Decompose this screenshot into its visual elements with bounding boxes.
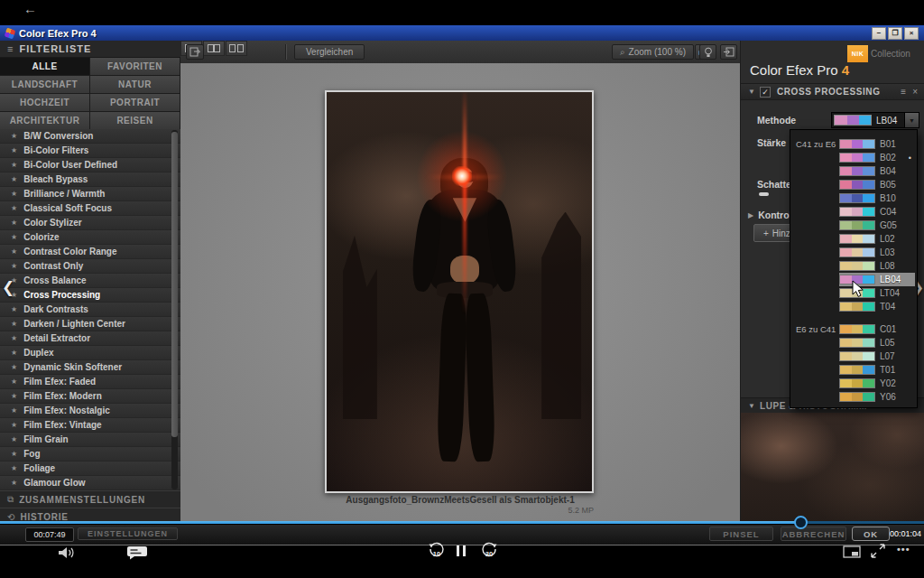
star-icon[interactable]: ★ xyxy=(11,464,17,472)
filter-item[interactable]: ★Bleach Bypass xyxy=(0,172,180,187)
einstellungen-button[interactable]: EINSTELLUNGEN xyxy=(78,527,178,540)
pinsel-button[interactable]: PINSEL xyxy=(709,527,773,541)
compare-button[interactable]: Vergleichen xyxy=(294,44,365,60)
filter-item[interactable]: ★Brilliance / Warmth xyxy=(0,187,180,201)
filter-scrollbar-thumb[interactable] xyxy=(171,132,178,437)
preset-option-b10[interactable]: B10 xyxy=(839,191,915,205)
preset-option-lb04[interactable]: LB04 xyxy=(839,273,915,286)
filter-enabled-checkbox[interactable]: ✓ xyxy=(760,87,771,98)
filter-item[interactable]: ★Contrast Color Range xyxy=(0,245,180,259)
filter-item[interactable]: ★Classical Soft Focus xyxy=(0,201,180,216)
preview-photo[interactable] xyxy=(325,90,594,493)
star-icon[interactable]: ★ xyxy=(11,349,17,357)
category-natur[interactable]: NATUR xyxy=(90,76,180,93)
preset-option-c04[interactable]: C04 xyxy=(839,205,915,219)
star-icon[interactable]: ★ xyxy=(11,406,17,415)
preset-option-b02[interactable]: B02• xyxy=(839,151,915,164)
preset-option-l07[interactable]: L07 xyxy=(839,350,915,363)
star-icon[interactable]: ★ xyxy=(11,132,17,140)
category-alle[interactable]: ALLE xyxy=(0,58,89,75)
collapse-triangle-icon[interactable]: ▼ xyxy=(748,88,755,96)
filter-item[interactable]: ★Film Grain xyxy=(0,433,180,447)
zoom-button[interactable]: ⌕ Zoom (100 %) xyxy=(612,44,694,60)
filter-item[interactable]: ★Foliage xyxy=(0,461,180,476)
filter-item[interactable]: ★Color Stylizer xyxy=(0,216,180,230)
preset-option-c01[interactable]: C01 xyxy=(839,322,915,336)
filter-item[interactable]: ★Dark Contrasts xyxy=(0,303,180,317)
preset-option-l05[interactable]: L05 xyxy=(839,336,915,350)
back-icon[interactable]: ← xyxy=(23,0,37,18)
star-icon[interactable]: ★ xyxy=(11,421,17,429)
filter-item[interactable]: ★B/W Conversion xyxy=(0,129,180,144)
category-portrait[interactable]: PORTRAIT xyxy=(90,94,180,111)
preset-option-y06[interactable]: Y06 xyxy=(839,390,915,404)
star-icon[interactable]: ★ xyxy=(11,363,17,371)
pause-button[interactable] xyxy=(457,545,466,556)
side-by-side-view-button[interactable] xyxy=(226,41,247,56)
preset-option-l02[interactable]: L02 xyxy=(839,232,915,246)
star-icon[interactable]: ★ xyxy=(11,161,17,169)
filter-item[interactable]: ★Dynamic Skin Softener xyxy=(0,360,180,375)
restore-button[interactable]: ❐ xyxy=(888,27,902,40)
star-icon[interactable]: ★ xyxy=(11,334,17,342)
category-landschaft[interactable]: LANDSCHAFT xyxy=(0,76,89,93)
rewind-10-button[interactable]: 10 xyxy=(426,542,448,558)
preset-option-t01[interactable]: T01 xyxy=(839,363,915,377)
panel-export-button[interactable] xyxy=(186,44,204,60)
filter-item[interactable]: ★Fog xyxy=(0,447,180,461)
star-icon[interactable]: ★ xyxy=(11,320,17,328)
star-icon[interactable]: ★ xyxy=(11,175,17,183)
remove-filter-icon[interactable]: × xyxy=(912,87,918,97)
category-favoriten[interactable]: FAVORITEN xyxy=(90,58,180,75)
filter-item[interactable]: ★Detail Extractor xyxy=(0,331,180,346)
filter-item[interactable]: ★Duplex xyxy=(0,346,180,360)
forward-30-button[interactable]: 30 xyxy=(478,542,500,558)
dropdown-arrow-icon[interactable]: ▼ xyxy=(904,113,919,127)
filter-item[interactable]: ★Film Efex: Faded xyxy=(0,375,180,389)
minimize-button[interactable]: − xyxy=(872,27,886,40)
star-icon[interactable]: ★ xyxy=(11,219,17,227)
star-icon[interactable]: ★ xyxy=(11,204,17,212)
star-icon[interactable]: ★ xyxy=(11,392,17,400)
lightbulb-button[interactable] xyxy=(699,44,716,60)
filter-item[interactable]: ★Contrast Only xyxy=(0,259,180,274)
filter-item[interactable]: ★Film Efex: Modern xyxy=(0,389,180,404)
filter-item[interactable]: ★Cross Balance xyxy=(0,274,180,288)
abbrechen-button[interactable]: ABBRECHEN xyxy=(781,527,846,541)
filter-section-header[interactable]: ▼ ✓ CROSS PROCESSING ≡ × xyxy=(741,83,924,100)
preset-option-lt04[interactable]: LT04 xyxy=(839,286,915,300)
ok-button[interactable]: OK xyxy=(852,527,890,541)
star-icon[interactable]: ★ xyxy=(11,305,17,313)
preset-menu-icon[interactable]: ≡ xyxy=(901,87,906,97)
preset-option-b05[interactable]: B05 xyxy=(839,178,915,191)
filter-item[interactable]: ★Film Efex: Vintage xyxy=(0,418,180,433)
star-icon[interactable]: ★ xyxy=(11,262,17,270)
star-icon[interactable]: ★ xyxy=(11,190,17,198)
close-button[interactable]: × xyxy=(904,27,919,40)
star-icon[interactable]: ★ xyxy=(11,247,17,256)
preset-option-l08[interactable]: L08 xyxy=(839,259,915,273)
star-icon[interactable]: ★ xyxy=(11,146,17,154)
subtitles-icon[interactable] xyxy=(126,545,150,560)
filter-item[interactable]: ★Darken / Lighten Center xyxy=(0,317,180,331)
expand-triangle-icon[interactable]: ▶ xyxy=(748,211,753,219)
filter-item[interactable]: ★Cross Processing xyxy=(0,288,180,303)
star-icon[interactable]: ★ xyxy=(11,479,17,487)
volume-icon[interactable] xyxy=(58,546,79,559)
star-icon[interactable]: ★ xyxy=(11,378,17,386)
picture-in-picture-icon[interactable] xyxy=(843,545,861,558)
methode-dropdown-button[interactable]: LB04 ▼ xyxy=(831,112,919,128)
panel-toggle-button[interactable] xyxy=(720,44,737,60)
preset-option-b01[interactable]: B01 xyxy=(839,137,915,151)
schatten-slider-handle[interactable] xyxy=(759,192,769,196)
more-options-icon[interactable]: ••• xyxy=(897,544,910,555)
category-reisen[interactable]: REISEN xyxy=(90,112,180,129)
collapse-left-panel-icon[interactable]: ❮ xyxy=(2,278,14,297)
filter-item[interactable]: ★Bi-Color User Defined xyxy=(0,158,180,172)
star-icon[interactable]: ★ xyxy=(11,435,17,443)
preset-option-b04[interactable]: B04 xyxy=(839,164,915,178)
star-icon[interactable]: ★ xyxy=(11,233,17,241)
filter-item[interactable]: ★Bi-Color Filters xyxy=(0,144,180,158)
preset-option-y02[interactable]: Y02 xyxy=(839,377,915,390)
star-icon[interactable]: ★ xyxy=(11,450,17,458)
